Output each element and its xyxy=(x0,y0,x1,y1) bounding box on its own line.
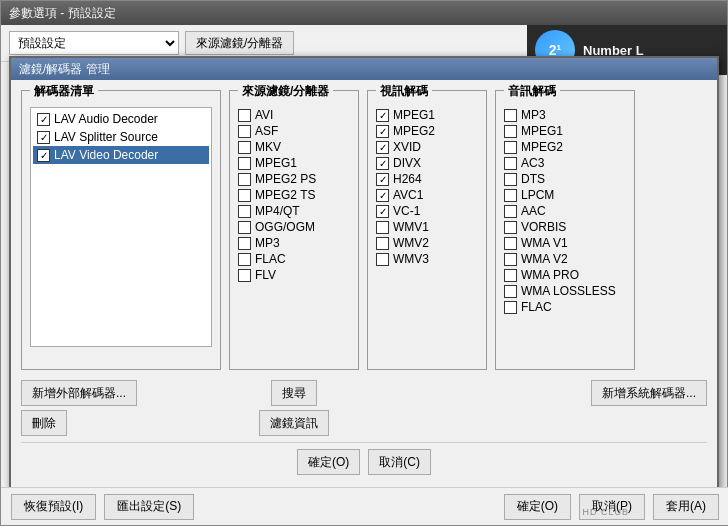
list-item[interactable]: MP4/QT xyxy=(238,203,350,219)
cb-mp4qt[interactable] xyxy=(238,205,251,218)
list-item[interactable]: MKV xyxy=(238,139,350,155)
cb-xvid[interactable] xyxy=(376,141,389,154)
cb-mpeg1[interactable] xyxy=(238,157,251,170)
modal-body: 解碼器清單 LAV Audio Decoder LAV Splitter Sou… xyxy=(11,80,717,489)
list-item[interactable]: AVI xyxy=(238,107,350,123)
main-bottom-bar: 恢復預設(I) 匯出設定(S) HD CLUB 確定(O) 取消(P) 套用(A… xyxy=(1,487,728,525)
cb-aflac[interactable] xyxy=(504,301,517,314)
cb-dts[interactable] xyxy=(504,173,517,186)
list-item[interactable]: ASF xyxy=(238,123,350,139)
list-item[interactable]: AC3 xyxy=(504,155,626,171)
list-item[interactable]: MP3 xyxy=(504,107,626,123)
export-btn[interactable]: 匯出設定(S) xyxy=(104,494,194,520)
cb-mkv[interactable] xyxy=(238,141,251,154)
cb-ac3[interactable] xyxy=(504,157,517,170)
panels-row: 解碼器清單 LAV Audio Decoder LAV Splitter Sou… xyxy=(21,90,707,370)
cb-wmapro[interactable] xyxy=(504,269,517,282)
checkbox-lav-splitter[interactable] xyxy=(37,131,50,144)
cb-vmpeg2[interactable] xyxy=(376,125,389,138)
cb-ogm[interactable] xyxy=(238,221,251,234)
cb-amp3[interactable] xyxy=(504,109,517,122)
cb-mpeg2ps[interactable] xyxy=(238,173,251,186)
list-item[interactable]: WMV2 xyxy=(376,235,478,251)
source-filter-btn[interactable]: 來源濾鏡/分離器 xyxy=(185,31,294,55)
checkbox-lav-video[interactable] xyxy=(37,149,50,162)
cb-avc1[interactable] xyxy=(376,189,389,202)
audio-decoder-panel: 音訊解碼 MP3 MPEG1 MPEG2 AC3 DTS LPCM AAC VO… xyxy=(495,90,635,370)
cb-flac[interactable] xyxy=(238,253,251,266)
list-item[interactable]: MPEG1 xyxy=(238,155,350,171)
source-splitter-items: AVI ASF MKV MPEG1 MPEG2 PS MPEG2 TS MP4/… xyxy=(238,107,350,283)
audio-decoder-items: MP3 MPEG1 MPEG2 AC3 DTS LPCM AAC VORBIS … xyxy=(504,107,626,315)
list-item[interactable]: AAC xyxy=(504,203,626,219)
list-item[interactable]: AVC1 xyxy=(376,187,478,203)
list-item[interactable]: LPCM xyxy=(504,187,626,203)
cb-asf[interactable] xyxy=(238,125,251,138)
list-item[interactable]: WMA V2 xyxy=(504,251,626,267)
filter-info-btn[interactable]: 濾鏡資訊 xyxy=(259,410,329,436)
cb-ampeg2[interactable] xyxy=(504,141,517,154)
list-item[interactable]: MP3 xyxy=(238,235,350,251)
list-item[interactable]: LAV Audio Decoder xyxy=(33,110,209,128)
cb-divx[interactable] xyxy=(376,157,389,170)
modal-bottom-buttons: 確定(O) 取消(C) xyxy=(21,442,707,479)
list-item[interactable]: WMA V1 xyxy=(504,235,626,251)
preset-select[interactable]: 預設設定 xyxy=(9,31,179,55)
cb-ampeg1[interactable] xyxy=(504,125,517,138)
cb-vorbis[interactable] xyxy=(504,221,517,234)
add-external-btn[interactable]: 新增外部解碼器... xyxy=(21,380,137,406)
cb-aac[interactable] xyxy=(504,205,517,218)
list-item[interactable]: WMA LOSSLESS xyxy=(504,283,626,299)
cb-vc1[interactable] xyxy=(376,205,389,218)
list-item[interactable]: DTS xyxy=(504,171,626,187)
list-item[interactable]: FLAC xyxy=(504,299,626,315)
cb-wmav2[interactable] xyxy=(504,253,517,266)
list-item[interactable]: WMA PRO xyxy=(504,267,626,283)
list-item[interactable]: MPEG2 PS xyxy=(238,171,350,187)
list-item[interactable]: MPEG2 TS xyxy=(238,187,350,203)
list-item[interactable]: MPEG2 xyxy=(504,139,626,155)
delete-btn[interactable]: 刪除 xyxy=(21,410,67,436)
add-system-btn[interactable]: 新增系統解碼器... xyxy=(591,380,707,406)
cb-avi[interactable] xyxy=(238,109,251,122)
modal-dialog: 濾鏡/解碼器 管理 解碼器清單 LAV Audio Decoder LAV Sp… xyxy=(9,56,719,491)
cb-wmv1[interactable] xyxy=(376,221,389,234)
list-item[interactable]: DIVX xyxy=(376,155,478,171)
window-title: 參數選項 - 預設設定 xyxy=(9,5,116,22)
checkbox-lav-audio[interactable] xyxy=(37,113,50,126)
search-btn[interactable]: 搜尋 xyxy=(271,380,317,406)
list-item-selected[interactable]: LAV Video Decoder xyxy=(33,146,209,164)
list-item[interactable]: VC-1 xyxy=(376,203,478,219)
cb-mp3[interactable] xyxy=(238,237,251,250)
cb-vmpeg1[interactable] xyxy=(376,109,389,122)
cb-mpeg2ts[interactable] xyxy=(238,189,251,202)
decoder-list[interactable]: LAV Audio Decoder LAV Splitter Source LA… xyxy=(30,107,212,347)
list-item[interactable]: FLAC xyxy=(238,251,350,267)
modal-confirm-btn[interactable]: 確定(O) xyxy=(297,449,360,475)
list-item[interactable]: OGG/OGM xyxy=(238,219,350,235)
restore-btn[interactable]: 恢復預設(I) xyxy=(11,494,96,520)
list-item[interactable]: LAV Splitter Source xyxy=(33,128,209,146)
list-item[interactable]: MPEG1 xyxy=(376,107,478,123)
cb-wmalossless[interactable] xyxy=(504,285,517,298)
cb-flv[interactable] xyxy=(238,269,251,282)
list-item[interactable]: VORBIS xyxy=(504,219,626,235)
list-item[interactable]: WMV1 xyxy=(376,219,478,235)
cb-lpcm[interactable] xyxy=(504,189,517,202)
list-item[interactable]: H264 xyxy=(376,171,478,187)
list-item[interactable]: MPEG2 xyxy=(376,123,478,139)
main-apply-btn[interactable]: 套用(A) xyxy=(653,494,719,520)
title-bar: 參數選項 - 預設設定 xyxy=(1,1,727,25)
source-splitter-title: 來源濾鏡/分離器 xyxy=(238,83,333,100)
cb-wmv2[interactable] xyxy=(376,237,389,250)
modal-cancel-btn[interactable]: 取消(C) xyxy=(368,449,431,475)
list-item[interactable]: MPEG1 xyxy=(504,123,626,139)
list-item[interactable]: FLV xyxy=(238,267,350,283)
cb-h264[interactable] xyxy=(376,173,389,186)
list-item[interactable]: XVID xyxy=(376,139,478,155)
cb-wmv3[interactable] xyxy=(376,253,389,266)
main-confirm-btn[interactable]: 確定(O) xyxy=(504,494,571,520)
action-buttons-row: 新增外部解碼器... 刪除 搜尋 濾鏡資訊 新增系統解碼器... xyxy=(21,380,707,436)
list-item[interactable]: WMV3 xyxy=(376,251,478,267)
cb-wmav1[interactable] xyxy=(504,237,517,250)
